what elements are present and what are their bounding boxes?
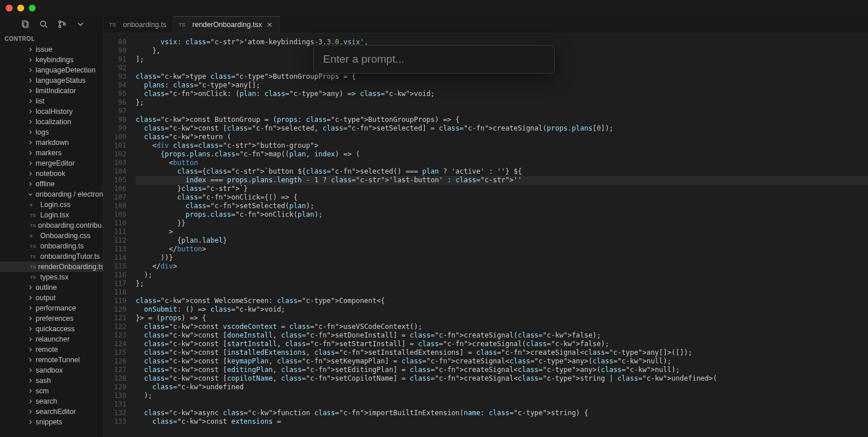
editor-tab[interactable]: TSonboarding.ts	[103, 16, 173, 33]
chevron-right-icon	[28, 285, 33, 290]
chevron-right-icon	[28, 140, 33, 145]
tree-file[interactable]: TSonboarding.contribu…	[0, 220, 103, 231]
chevron-right-icon	[28, 378, 33, 384]
chevron-right-icon	[28, 336, 33, 342]
tree-folder[interactable]: mergeEditor	[0, 158, 103, 168]
chevron-right-icon	[28, 295, 33, 301]
tree-folder[interactable]: localization	[0, 117, 103, 127]
chevron-right-icon	[28, 305, 33, 311]
chevron-right-icon	[28, 78, 33, 83]
tree-file[interactable]: TSrenderOnboarding.tsx	[0, 262, 103, 272]
tab-label: renderOnboarding.tsx	[193, 21, 262, 29]
tree-folder[interactable]: outline	[0, 282, 103, 293]
tree-item-label: performance	[36, 304, 76, 312]
files-icon[interactable]	[21, 20, 30, 31]
tree-folder[interactable]: limitIndicator	[0, 86, 103, 96]
maximize-window-button[interactable]	[29, 5, 36, 12]
tree-folder[interactable]: sandbox	[0, 365, 103, 375]
tree-folder[interactable]: onboarding / electron-…	[0, 189, 103, 200]
tree-folder[interactable]: performance	[0, 303, 103, 313]
tree-folder[interactable]: remoteTunnel	[0, 355, 103, 365]
tree-folder[interactable]: localHistory	[0, 106, 103, 117]
tree-folder[interactable]: markers	[0, 148, 103, 158]
chevron-right-icon	[28, 347, 33, 352]
tree-folder[interactable]: output	[0, 293, 103, 303]
tree-file[interactable]: TSLogin.tsx	[0, 210, 103, 220]
tree-folder[interactable]: keybindings	[0, 55, 103, 65]
tree-file[interactable]: TSonboarding.ts	[0, 241, 103, 251]
close-tab-icon[interactable]	[266, 21, 274, 29]
tree-folder[interactable]: logs	[0, 127, 103, 137]
chevron-right-icon	[28, 357, 33, 363]
tree-item-label: Login.css	[40, 201, 71, 209]
tree-folder[interactable]: scm	[0, 386, 103, 396]
tree-item-label: notebook	[36, 170, 65, 178]
tree-item-label: snippets	[36, 418, 63, 426]
css-file-icon: #	[30, 233, 38, 239]
tree-item-label: searchEditor	[36, 408, 76, 416]
tree-folder[interactable]: languageDetection	[0, 65, 103, 75]
ts-file-icon: TS	[30, 223, 36, 228]
css-file-icon: #	[30, 202, 38, 208]
window-controls	[6, 5, 36, 12]
tree-item-label: remote	[36, 346, 58, 354]
tree-folder[interactable]: snippets	[0, 417, 103, 427]
ts-file-icon: TS	[30, 244, 38, 249]
search-icon[interactable]	[39, 20, 48, 31]
tree-item-label: onboardingTutor.ts	[40, 252, 100, 260]
tree-item-label: keybindings	[36, 56, 74, 64]
tree-item-label: onboarding / electron-…	[36, 190, 103, 198]
chevron-right-icon	[28, 398, 33, 404]
tree-folder[interactable]: list	[0, 96, 103, 106]
tree-folder[interactable]: languageStatus	[0, 75, 103, 86]
tree-item-label: languageDetection	[36, 66, 95, 74]
tree-item-label: languageStatus	[36, 76, 86, 85]
tree-item-label: limitIndicator	[36, 87, 76, 95]
tree-folder[interactable]: quickaccess	[0, 324, 103, 334]
tree-file[interactable]: #Login.css	[0, 200, 103, 210]
chevron-right-icon	[28, 316, 33, 321]
tree-file[interactable]: #Onboarding.css	[0, 231, 103, 241]
chevron-down-icon[interactable]	[76, 20, 85, 31]
editor-tab[interactable]: TSrenderOnboarding.tsx	[173, 16, 280, 33]
chevron-right-icon	[28, 150, 33, 156]
tree-item-label: markdown	[36, 139, 69, 147]
source-control-icon[interactable]	[57, 20, 67, 31]
file-tree: issuekeybindingslanguageDetectionlanguag…	[0, 44, 103, 437]
minimize-window-button[interactable]	[17, 5, 24, 12]
tree-item-label: onboarding.ts	[40, 242, 84, 250]
tree-item-label: localHistory	[36, 108, 73, 116]
titlebar	[0, 0, 868, 16]
editor-content[interactable]: vsix: class="c-str">'atom-keybindings-3.…	[136, 33, 868, 437]
sidebar: CONTROL issuekeybindingslanguageDetectio…	[0, 16, 103, 437]
tree-folder[interactable]: search	[0, 396, 103, 407]
tree-folder[interactable]: sash	[0, 375, 103, 386]
tree-folder[interactable]: searchEditor	[0, 407, 103, 417]
tree-folder[interactable]: notebook	[0, 168, 103, 179]
close-window-button[interactable]	[6, 5, 13, 12]
tree-folder[interactable]: markdown	[0, 137, 103, 148]
chevron-right-icon	[28, 57, 33, 63]
svg-point-4	[59, 21, 61, 23]
tree-item-label: Onboarding.css	[40, 232, 91, 240]
tree-file[interactable]: TSonboardingTutor.ts	[0, 251, 103, 262]
tree-item-label: sandbox	[36, 366, 63, 374]
chevron-right-icon	[28, 409, 33, 415]
tree-folder[interactable]: issue	[0, 44, 103, 55]
sidebar-section-header: CONTROL	[0, 34, 103, 44]
tree-folder[interactable]: offline	[0, 179, 103, 189]
tree-file[interactable]: TStypes.tsx	[0, 272, 103, 282]
ts-file-icon: TS	[30, 213, 38, 218]
tree-folder[interactable]: relauncher	[0, 334, 103, 344]
chevron-right-icon	[28, 119, 33, 125]
chevron-right-icon	[28, 326, 33, 332]
chevron-right-icon	[28, 367, 33, 373]
prompt-input[interactable]	[323, 53, 545, 66]
tree-item-label: markers	[36, 149, 62, 157]
tree-folder[interactable]: preferences	[0, 313, 103, 324]
line-number-gutter: 8990919293949596979899100101102103104105…	[103, 33, 136, 437]
tree-folder[interactable]: remote	[0, 344, 103, 355]
ts-file-icon: TS	[30, 264, 36, 270]
tree-item-label: mergeEditor	[36, 159, 75, 167]
ts-file-icon: TS	[30, 254, 38, 259]
